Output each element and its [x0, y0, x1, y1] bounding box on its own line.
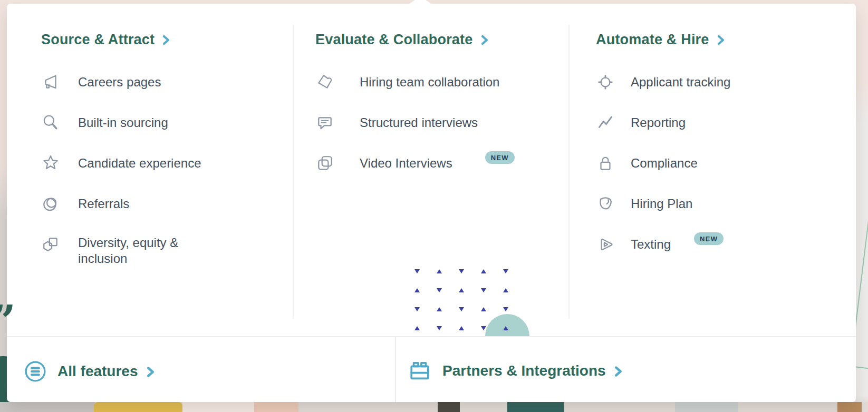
trend-line-icon — [596, 113, 615, 132]
menu-item-video-interviews[interactable]: Video Interviews NEW — [315, 143, 547, 183]
triangle-dot — [459, 326, 464, 330]
menu-item-applicant-tracking[interactable]: Applicant tracking — [596, 62, 828, 102]
column-title: Automate & Hire — [596, 32, 709, 48]
megaphone-icon — [41, 73, 60, 92]
menu-item-referrals[interactable]: Referrals — [41, 183, 273, 224]
menu-item-label: Hiring team collaboration — [360, 74, 499, 90]
search-icon — [41, 113, 60, 132]
menu-item-label: Texting — [631, 237, 671, 252]
menu-item-label: Applicant tracking — [631, 74, 730, 90]
stacked-squares-icon — [315, 154, 334, 173]
menu-item-compliance[interactable]: Compliance — [596, 143, 828, 183]
menu-item-list: Careers pages Built-in sourcing Candidat… — [41, 62, 273, 289]
triangle-dot — [503, 326, 508, 330]
menu-item-label: Structured interviews — [360, 115, 478, 131]
all-features-link[interactable]: All features — [24, 360, 155, 383]
footer-link-label: All features — [57, 363, 138, 380]
triangle-dot — [503, 269, 508, 273]
triangle-pattern-decoration — [414, 269, 515, 343]
menu-item-list: Hiring team collaboration Structured int… — [315, 62, 547, 183]
triangle-dot — [414, 326, 420, 330]
triangle-dot — [481, 288, 486, 292]
new-badge: NEW — [485, 151, 515, 164]
column-title: Source & Attract — [41, 32, 155, 48]
hexagon-square-icon — [41, 235, 60, 254]
triangle-dot — [503, 288, 508, 292]
menu-item-label: Candidate experience — [78, 155, 201, 171]
chevron-right-icon — [614, 366, 623, 377]
menu-item-label: Built-in sourcing — [78, 115, 168, 131]
overlapping-circles-icon — [41, 194, 60, 213]
menu-item-texting[interactable]: Texting NEW — [596, 224, 828, 264]
evaluate-collaborate-heading-link[interactable]: Evaluate & Collaborate — [315, 30, 547, 49]
menu-column-source-attract: Source & Attract Careers pages Built-in … — [41, 30, 273, 289]
menu-item-reporting[interactable]: Reporting — [596, 102, 828, 143]
triangle-dot — [414, 288, 420, 292]
crosshair-icon — [596, 73, 615, 92]
menu-item-label: Referrals — [78, 196, 129, 212]
footer-column-divider — [395, 337, 396, 402]
triangle-dot — [437, 307, 442, 311]
features-mega-menu: Source & Attract Careers pages Built-in … — [7, 4, 856, 402]
puzzle-icon — [315, 73, 334, 92]
menu-item-label: Video Interviews — [360, 155, 452, 171]
triangle-dot — [437, 269, 442, 273]
lego-brick-icon — [408, 359, 432, 383]
automate-hire-heading-link[interactable]: Automate & Hire — [596, 30, 828, 49]
menu-item-structured-interviews[interactable]: Structured interviews — [315, 102, 547, 143]
footer-divider — [7, 336, 856, 337]
menu-item-candidate-experience[interactable]: Candidate experience — [41, 143, 273, 183]
column-divider — [568, 25, 570, 319]
triangle-dot — [414, 307, 420, 311]
triangle-dot — [459, 269, 464, 273]
star-icon — [41, 154, 60, 173]
menu-column-evaluate-collaborate: Evaluate & Collaborate Hiring team colla… — [315, 30, 547, 183]
menu-item-hiring-team-collaboration[interactable]: Hiring team collaboration — [315, 62, 547, 102]
column-divider — [293, 25, 294, 319]
footer-link-label: Partners & Integrations — [442, 362, 606, 379]
chevron-right-icon — [147, 366, 155, 378]
chevron-right-icon — [481, 35, 489, 45]
partners-integrations-link[interactable]: Partners & Integrations — [408, 359, 623, 383]
column-title: Evaluate & Collaborate — [315, 32, 473, 48]
chevron-right-icon — [717, 35, 725, 45]
triangle-dot — [481, 269, 486, 273]
triangle-dot — [437, 326, 442, 330]
triangle-dot — [503, 307, 508, 311]
menu-item-hiring-plan[interactable]: Hiring Plan — [596, 183, 828, 224]
new-badge: NEW — [694, 232, 724, 245]
lock-icon — [596, 154, 615, 173]
source-attract-heading-link[interactable]: Source & Attract — [41, 30, 273, 49]
menu-item-label: Careers pages — [78, 74, 161, 90]
menu-item-label: Compliance — [631, 155, 698, 171]
menu-item-built-in-sourcing[interactable]: Built-in sourcing — [41, 102, 273, 143]
triangle-dot — [481, 326, 486, 330]
menu-item-label: Diversity, equity & inclusion — [78, 235, 213, 267]
triangle-dot — [459, 307, 464, 311]
menu-item-list: Applicant tracking Reporting Compliance … — [596, 62, 828, 264]
triangle-dot — [414, 269, 420, 273]
menu-item-label: Reporting — [631, 115, 686, 131]
menu-item-label: Hiring Plan — [631, 196, 692, 212]
circled-list-icon — [24, 360, 47, 383]
triangle-dot — [481, 307, 486, 311]
background-illustration-strip — [0, 402, 868, 412]
triangle-dot — [437, 288, 442, 292]
menu-item-careers-pages[interactable]: Careers pages — [41, 62, 273, 102]
play-icon — [596, 235, 615, 254]
menu-item-diversity-equity-inclusion[interactable]: Diversity, equity & inclusion — [41, 224, 273, 289]
chevron-right-icon — [162, 35, 170, 45]
chat-bubble-icon — [315, 113, 334, 132]
pick-icon — [596, 194, 615, 213]
quote-mark-illustration: ” — [0, 299, 16, 342]
menu-pointer-notch — [409, 0, 432, 4]
triangle-dot — [459, 288, 464, 292]
menu-column-automate-hire: Automate & Hire Applicant tracking Repor… — [596, 30, 828, 264]
